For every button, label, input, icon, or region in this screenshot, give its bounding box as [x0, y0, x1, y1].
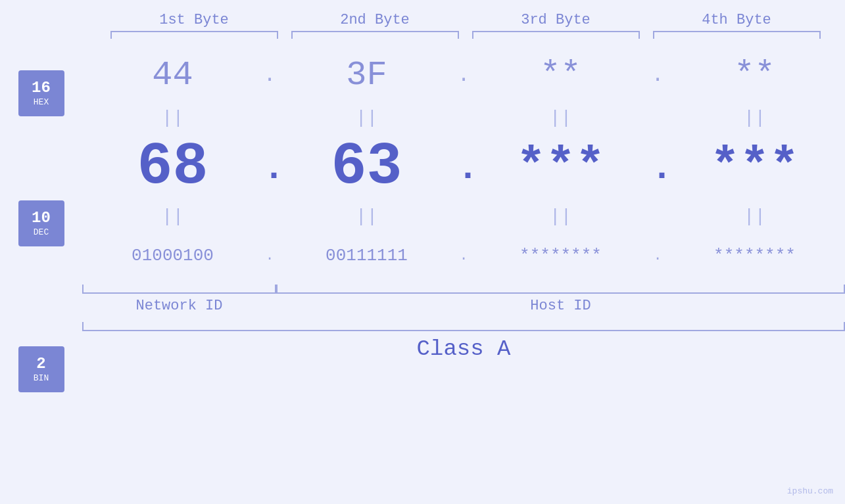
hex-sep1: . — [263, 63, 276, 87]
main-container: 1st Byte 2nd Byte 3rd Byte 4th Byte 16 H… — [0, 0, 845, 504]
hex-byte2-value: 3F — [346, 56, 387, 95]
byte-headers-row: 1st Byte 2nd Byte 3rd Byte 4th Byte — [0, 0, 845, 28]
equals-1-b2: || — [276, 108, 457, 128]
bin-sep2: . — [457, 248, 470, 264]
dec-byte1-cell: 68 — [82, 133, 263, 200]
bin-byte1-cell: 01000100 — [82, 246, 263, 265]
bin-byte2-value: 00111111 — [326, 246, 408, 265]
byte2-header: 2nd Byte — [285, 12, 466, 28]
badges-column: 16 HEX 10 DEC 2 BIN — [0, 45, 82, 392]
equals-row-1: || || || || — [82, 104, 845, 131]
hex-byte4-value: ** — [734, 56, 775, 95]
hex-sep3: . — [651, 63, 664, 87]
byte1-header: 1st Byte — [104, 12, 285, 28]
bin-badge: 2 BIN — [18, 346, 64, 392]
bin-byte4-cell: ******** — [664, 246, 845, 265]
dec-byte4-cell: *** — [664, 139, 845, 195]
top-bracket-1 — [104, 31, 285, 39]
host-id-label: Host ID — [276, 298, 845, 314]
top-bracket-4 — [646, 31, 827, 39]
dec-badge-num: 10 — [32, 210, 51, 227]
dec-byte3-cell: *** — [470, 139, 651, 195]
watermark: ipshu.com — [787, 486, 833, 496]
equals-2-b2: || — [276, 206, 457, 227]
dec-sep1: . — [263, 140, 276, 198]
hex-sep2: . — [457, 63, 470, 87]
top-brackets — [0, 31, 845, 39]
bin-data-row: 01000100 . 00111111 . ******** . *******… — [82, 229, 845, 282]
hex-badge-label: HEX — [34, 97, 49, 107]
top-bracket-2 — [285, 31, 466, 39]
id-labels: Network ID Host ID — [82, 298, 845, 314]
equals-2-b4: || — [664, 206, 845, 227]
byte4-header: 4th Byte — [646, 12, 827, 28]
host-bracket — [276, 285, 845, 294]
hex-byte1-cell: 44 — [82, 56, 263, 95]
hex-byte3-cell: ** — [470, 56, 651, 95]
dec-byte1-value: 68 — [137, 133, 208, 200]
equals-2-b1: || — [82, 206, 263, 227]
bin-byte3-cell: ******** — [470, 246, 651, 265]
dec-sep2: . — [457, 140, 470, 198]
top-bracket-3 — [466, 31, 646, 39]
equals-1-b1: || — [82, 108, 263, 128]
hex-badge-num: 16 — [32, 80, 51, 97]
dec-badge: 10 DEC — [18, 200, 64, 246]
byte3-header: 3rd Byte — [466, 12, 646, 28]
bin-byte4-value: ******** — [713, 246, 796, 265]
network-bracket — [82, 285, 276, 294]
dec-byte2-cell: 63 — [276, 133, 457, 200]
bottom-bracket-container — [82, 285, 845, 294]
class-label-container: Class A — [82, 336, 845, 361]
bin-sep3: . — [651, 248, 664, 264]
hex-byte2-cell: 3F — [276, 56, 457, 95]
dec-byte2-value: 63 — [331, 133, 402, 200]
full-bracket — [82, 322, 845, 331]
main-data-area: 16 HEX 10 DEC 2 BIN 44 . — [0, 45, 845, 392]
equals-1-b4: || — [664, 108, 845, 128]
bin-badge-label: BIN — [34, 373, 49, 383]
data-rows: 44 . 3F . ** . ** || || — [82, 45, 845, 361]
bin-byte1-value: 01000100 — [132, 246, 214, 265]
hex-data-row: 44 . 3F . ** . ** — [82, 45, 845, 104]
dec-badge-label: DEC — [34, 227, 49, 237]
dec-data-row: 68 . 63 . *** . *** — [82, 131, 845, 203]
network-id-label: Network ID — [82, 298, 276, 314]
dec-sep3: . — [651, 140, 664, 198]
bin-sep1: . — [263, 248, 276, 264]
dec-byte4-value: *** — [710, 139, 799, 195]
bin-byte3-value: ******** — [519, 246, 602, 265]
hex-byte1-value: 44 — [152, 56, 193, 95]
dec-byte3-value: *** — [516, 139, 605, 195]
class-label: Class A — [417, 336, 511, 361]
equals-1-b3: || — [470, 108, 651, 128]
bin-byte2-cell: 00111111 — [276, 246, 457, 265]
equals-row-2: || || || || — [82, 203, 845, 229]
equals-2-b3: || — [470, 206, 651, 227]
bin-badge-num: 2 — [36, 355, 45, 373]
hex-byte3-value: ** — [540, 56, 581, 95]
hex-badge: 16 HEX — [18, 70, 64, 116]
hex-byte4-cell: ** — [664, 56, 845, 95]
